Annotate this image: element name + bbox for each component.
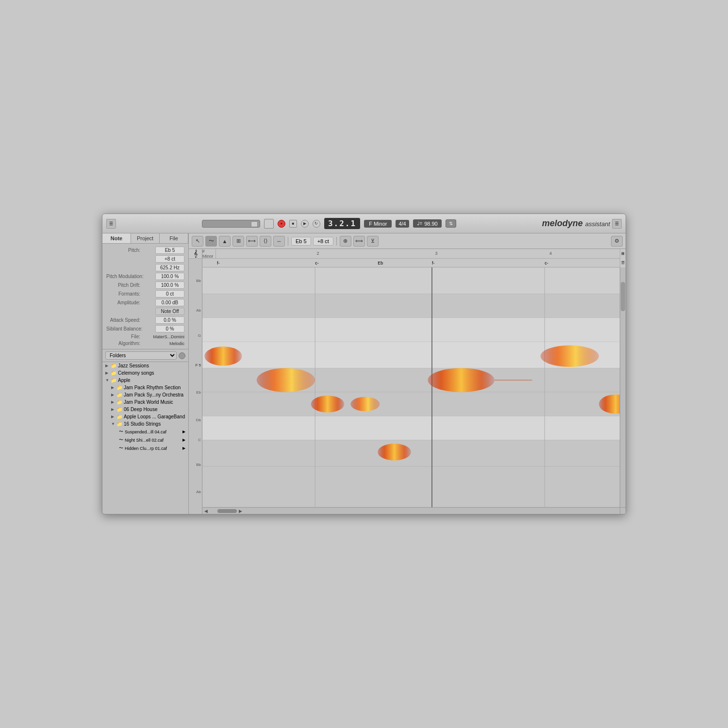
play-icon[interactable]: ▶: [182, 438, 185, 442]
view-toggle[interactable]: [264, 219, 274, 229]
tree-item-file1[interactable]: 〜 Suspended...ill 04.caf ▶: [102, 428, 188, 436]
attack-row: Attack Speed: 0.0 %: [106, 316, 184, 324]
pitch-hz-value[interactable]: 625.2 Hz: [155, 264, 184, 271]
scroll-area: ◀ ▶: [202, 507, 620, 514]
position-slider[interactable]: [202, 220, 260, 228]
library-options-btn[interactable]: [179, 352, 185, 359]
tree-arrow: ▶: [105, 364, 109, 368]
zoom-h-btn[interactable]: ⟺: [353, 236, 365, 247]
tree-item-rhythm[interactable]: ▶ 📁 Jam Pack Rhythm Section: [102, 384, 188, 391]
formant-tool[interactable]: ⊞: [232, 236, 244, 247]
piano-roll: 𝄞 Bb Ab G F 5 Eb Db C Bb Ab: [189, 249, 626, 514]
tree-item-celemony[interactable]: ▶ 📁 Celemony songs: [102, 369, 188, 377]
tree-item-symphony[interactable]: ▶ 📁 Jam Pack Sy...ny Orchestra: [102, 391, 188, 398]
key-label-ab2: Ab: [196, 490, 201, 494]
tempo-value[interactable]: 98.90: [424, 221, 438, 227]
tree-item-apple[interactable]: ▼ 📁 Apple: [102, 377, 188, 384]
sibilant-value[interactable]: 0 %: [155, 325, 184, 332]
separator1: [288, 237, 288, 246]
scroll-left-btn[interactable]: ◀: [204, 509, 208, 513]
scroll-right-btn[interactable]: ▶: [239, 509, 242, 513]
right-scrollbar[interactable]: [620, 267, 626, 507]
tab-project[interactable]: Project: [131, 233, 160, 243]
tree-label: Suspended...ill 04.caf: [125, 430, 166, 434]
stop-button[interactable]: ■: [289, 220, 297, 228]
tree-arrow: ▶: [111, 393, 115, 397]
corner-mid-btn[interactable]: ☰: [621, 261, 625, 265]
library-panel: Folders ▶ 📁 Jazz Sessions ▶ 📁 Celemony s…: [102, 349, 188, 514]
sibilant-label: Sibilant Balance:: [106, 326, 143, 331]
key-display[interactable]: F Minor: [364, 220, 392, 228]
tree-label: Celemony songs: [118, 370, 154, 376]
grid-header: F Minor 2 3 4: [202, 249, 626, 259]
amplitude-value[interactable]: 0.00 dB: [155, 299, 184, 306]
separation-tool[interactable]: ⟨⟩: [260, 236, 271, 247]
bar-marker-4: 4: [549, 251, 552, 256]
tempo-display: ♩= 98.90: [413, 219, 442, 228]
info-btn[interactable]: ☰: [612, 219, 622, 229]
tab-file[interactable]: File: [160, 233, 188, 243]
transport-controls: ● ■ ▶ ↻ 3.2.1 F Minor 4/4 ♩= 98.90 ⇅: [119, 218, 539, 229]
tree-arrow: ▶: [105, 371, 109, 375]
key-label-g: G: [198, 333, 201, 338]
pitch-drift-row: Pitch Drift: 100.0 %: [106, 281, 184, 289]
play-button[interactable]: ▶: [301, 220, 309, 228]
sidebar-toggle[interactable]: ☰: [106, 219, 116, 229]
play-icon[interactable]: ▶: [182, 430, 185, 434]
corner-top-btn[interactable]: ⊞: [621, 251, 625, 256]
tree-item-jazz[interactable]: ▶ 📁 Jazz Sessions: [102, 362, 188, 369]
tree-label: Apple: [118, 378, 131, 383]
gear-icon[interactable]: ⚙: [611, 236, 623, 247]
chord-fm1: f-: [217, 261, 220, 265]
formants-value[interactable]: 0 ct: [155, 290, 184, 298]
grid-main: [202, 267, 620, 507]
tree-item-deephouse[interactable]: ▶ 📁 06 Deep House: [102, 406, 188, 413]
tree-item-file2[interactable]: 〜 Night Shi...ell 02.caf ▶: [102, 436, 188, 444]
tab-bar: Note Project File: [102, 233, 188, 244]
folders-select[interactable]: Folders: [105, 351, 177, 360]
file-value: MaterS...Domini: [153, 334, 184, 339]
amplitude-tool[interactable]: ▲: [219, 236, 231, 247]
pitch-tool[interactable]: 〜: [205, 236, 217, 247]
folder-icon: 📁: [111, 363, 116, 368]
waveform-icon: 〜: [119, 445, 123, 451]
loop-button[interactable]: ↻: [313, 220, 320, 228]
pitch-value[interactable]: Eb 5: [155, 247, 184, 254]
piano-keys: 𝄞 Bb Ab G F 5 Eb Db C Bb Ab: [189, 249, 202, 514]
zoom-v-btn[interactable]: ⊻: [367, 236, 379, 247]
tab-note[interactable]: Note: [102, 233, 131, 243]
time-tool[interactable]: ⟷: [246, 236, 258, 247]
key-labels: Bb Ab G F 5 Eb Db C Bb Ab: [189, 259, 202, 507]
audio-blobs-svg: [202, 267, 620, 507]
scroll-thumb-vertical[interactable]: [621, 282, 625, 311]
tree-item-world[interactable]: ▶ 📁 Jam Pack World Music: [102, 398, 188, 406]
attack-value[interactable]: 0.0 %: [155, 316, 184, 324]
play-icon[interactable]: ▶: [182, 446, 185, 450]
tree-item-file3[interactable]: 〜 Hidden Clu...rp 01.caf ▶: [102, 444, 188, 452]
corner-bottom-right: [620, 507, 626, 514]
audio-blob-6: [428, 368, 495, 392]
pitch-cents-value[interactable]: +8 ct: [155, 255, 184, 263]
pitch-snap-btn[interactable]: ⇅: [446, 219, 456, 228]
note-off-btn[interactable]: Note Off: [155, 308, 184, 315]
tree-item-studio-strings[interactable]: ▼ 📁 16 Studio Strings: [102, 420, 188, 428]
pitch-row: Pitch: Eb 5: [106, 247, 184, 254]
left-panel: Note Project File Pitch: Eb 5 +8 ct 625.…: [102, 233, 189, 514]
record-button[interactable]: ●: [278, 220, 285, 228]
clef-symbol: 𝄞: [189, 249, 202, 259]
pitch-drift-value[interactable]: 100.0 %: [155, 281, 184, 289]
scroll-thumb[interactable]: [217, 509, 237, 513]
quantize-tool[interactable]: ↔: [273, 236, 285, 247]
key-label-db: Db: [196, 418, 201, 422]
tree-item-garageband[interactable]: ▶ 📁 Apple Loops ... GarageBand: [102, 413, 188, 420]
chord-fm2: f-: [432, 261, 435, 265]
cursor-tool[interactable]: ↖: [192, 236, 203, 247]
snap-btn[interactable]: ⊕: [340, 236, 351, 247]
folder-icon: 📁: [116, 414, 122, 419]
note-grid[interactable]: F Minor 2 3 4 f- c- Eb f- c-: [202, 249, 626, 514]
time-signature[interactable]: 4/4: [396, 220, 409, 228]
note-off-row: Note Off: [106, 308, 184, 315]
audio-blob-7: [541, 346, 599, 367]
tree-label: Hidden Clu...rp 01.caf: [125, 446, 167, 451]
pitch-mod-value[interactable]: 100.0 %: [155, 273, 184, 280]
